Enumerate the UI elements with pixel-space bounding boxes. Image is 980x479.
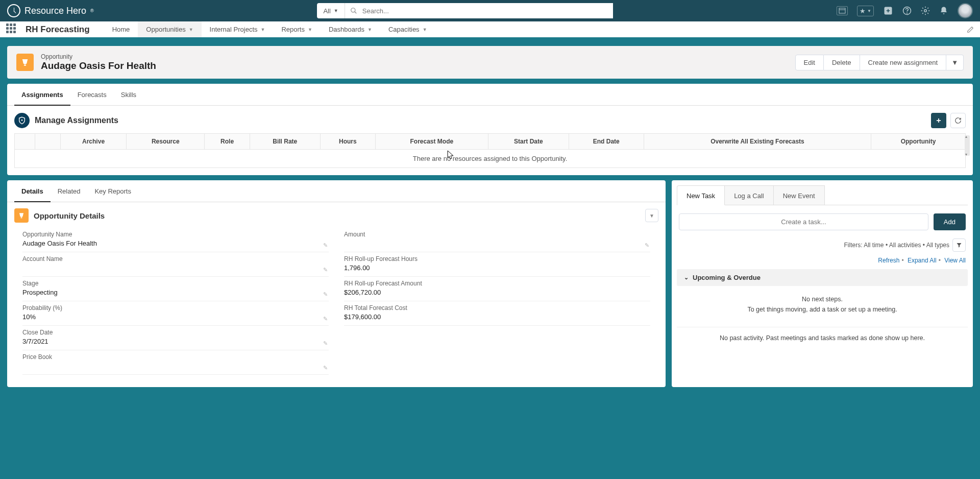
- col-forecast-mode[interactable]: Forecast Mode: [375, 134, 488, 150]
- tab-skills[interactable]: Skills: [114, 84, 143, 106]
- nav-label: Dashboards: [329, 26, 364, 33]
- col-role[interactable]: Role: [205, 134, 250, 150]
- col-resource[interactable]: Resource: [127, 134, 205, 150]
- chevron-down-icon[interactable]: ▼: [189, 27, 193, 32]
- help-icon[interactable]: [902, 6, 912, 15]
- scrollbar[interactable]: [965, 135, 970, 156]
- pencil-icon[interactable]: ✎: [323, 365, 328, 371]
- tab-related[interactable]: Related: [51, 180, 88, 202]
- field-price-book: Price Book ✎: [22, 350, 329, 375]
- add-assignment-button[interactable]: [931, 113, 946, 128]
- add-icon[interactable]: [883, 6, 893, 16]
- tab-key-reports[interactable]: Key Reports: [87, 180, 138, 202]
- svg-rect-2: [839, 8, 845, 13]
- field-stage: Stage Prospecting ✎: [22, 277, 329, 301]
- empty-line1: No next steps.: [679, 294, 966, 304]
- caret-down-icon: ▼: [334, 8, 338, 13]
- tab-forecasts[interactable]: Forecasts: [70, 84, 114, 106]
- tab-new-task[interactable]: New Task: [677, 185, 725, 205]
- record-actions: Edit Delete Create new assignment ▼: [795, 55, 964, 70]
- learning-icon[interactable]: [837, 6, 848, 15]
- app-launcher-icon[interactable]: [6, 23, 18, 36]
- record-subtitle: Opportunity: [41, 53, 156, 60]
- user-avatar[interactable]: [958, 3, 973, 18]
- field-account-name: Account Name ✎: [22, 252, 329, 277]
- search-scope-dropdown[interactable]: All ▼: [317, 3, 345, 18]
- nav-home[interactable]: Home: [104, 21, 138, 39]
- view-all-link[interactable]: View All: [944, 257, 966, 264]
- bell-icon[interactable]: [939, 6, 948, 15]
- upcoming-label: Upcoming & Overdue: [693, 274, 761, 281]
- svg-point-8: [21, 119, 23, 121]
- pencil-icon[interactable]: ✎: [323, 267, 328, 273]
- record-header: Opportunity Audage Oasis For Health Edit…: [7, 46, 973, 79]
- tab-new-event[interactable]: New Event: [773, 185, 825, 205]
- col-start-date[interactable]: Start Date: [488, 134, 569, 150]
- field-forecast-cost: RH Total Forecast Cost $179,600.00: [344, 301, 650, 326]
- col-billrate[interactable]: Bill Rate: [250, 134, 320, 150]
- edit-button[interactable]: Edit: [795, 55, 824, 70]
- field-label: RH Total Forecast Cost: [344, 304, 650, 312]
- tab-log-call[interactable]: Log a Call: [724, 185, 774, 205]
- manage-assignments-header: Manage Assignments: [7, 106, 973, 133]
- nav-internal-projects[interactable]: Internal Projects▼: [202, 21, 274, 39]
- nav-opportunities[interactable]: Opportunities▼: [138, 21, 201, 39]
- gear-icon[interactable]: [921, 6, 930, 15]
- chevron-down-icon[interactable]: ▼: [261, 27, 265, 32]
- expand-all-link[interactable]: Expand All: [908, 257, 937, 264]
- field-value: [22, 264, 329, 273]
- pencil-icon[interactable]: ✎: [323, 316, 328, 322]
- more-actions-button[interactable]: ▼: [946, 55, 964, 70]
- activity-tabs: New Task Log a Call New Event: [677, 185, 968, 205]
- refresh-button[interactable]: [950, 113, 966, 128]
- chevron-down-icon[interactable]: ▼: [423, 27, 427, 32]
- task-input[interactable]: [679, 213, 928, 230]
- field-close-date: Close Date 3/7/2021 ✎: [22, 326, 329, 350]
- edit-nav-icon[interactable]: [967, 26, 974, 33]
- search-icon: [345, 7, 362, 14]
- assignment-tabs: Assignments Forecasts Skills: [7, 84, 973, 106]
- field-value: 10%: [22, 313, 329, 322]
- field-value: Prospecting: [22, 289, 329, 298]
- app-name: RH Forecasting: [26, 25, 90, 35]
- svg-point-7: [924, 10, 927, 12]
- section-menu-button[interactable]: ▼: [645, 209, 658, 222]
- add-task-button[interactable]: Add: [934, 213, 966, 230]
- field-forecast-hours: RH Roll-up Forecast Hours 1,796.00: [344, 252, 650, 277]
- col-hours[interactable]: Hours: [320, 134, 375, 150]
- col-overwrite[interactable]: Overwrite All Existing Forecasts: [644, 134, 871, 150]
- filter-icon[interactable]: [952, 238, 966, 252]
- global-header: Resource Hero® All ▼ ★▼: [0, 0, 980, 21]
- create-assignment-button[interactable]: Create new assignment: [860, 55, 947, 70]
- record-title: Audage Oasis For Health: [41, 60, 156, 71]
- tab-assignments[interactable]: Assignments: [14, 84, 70, 106]
- upcoming-overdue-header[interactable]: ⌄ Upcoming & Overdue: [677, 269, 968, 286]
- field-probability: Probability (%) 10% ✎: [22, 301, 329, 326]
- nav-dashboards[interactable]: Dashboards▼: [321, 21, 380, 39]
- col-end-date[interactable]: End Date: [569, 134, 644, 150]
- manage-assignments-title: Manage Assignments: [35, 116, 118, 125]
- pencil-icon[interactable]: ✎: [645, 242, 649, 249]
- brand-name: Resource Hero: [24, 6, 86, 16]
- favorites-dropdown[interactable]: ★▼: [857, 6, 874, 16]
- activity-links: Refresh• Expand All• View All: [672, 257, 973, 269]
- col-archive[interactable]: Archive: [61, 134, 127, 150]
- search-input[interactable]: [362, 3, 614, 18]
- nav-reports[interactable]: Reports▼: [273, 21, 320, 39]
- field-value: Audage Oasis For Health: [22, 240, 329, 249]
- chevron-down-icon[interactable]: ▼: [308, 27, 312, 32]
- pencil-icon[interactable]: ✎: [323, 291, 328, 298]
- col-opportunity[interactable]: Opportunity: [871, 134, 966, 150]
- tab-details[interactable]: Details: [14, 180, 51, 202]
- pencil-icon[interactable]: ✎: [323, 242, 328, 249]
- pencil-icon[interactable]: ✎: [323, 340, 328, 347]
- nav-capacities[interactable]: Capacities▼: [380, 21, 435, 39]
- field-forecast-amount: RH Roll-up Forecast Amount $206,720.00: [344, 277, 650, 301]
- field-label: Close Date: [22, 329, 329, 336]
- nav-label: Reports: [281, 26, 305, 33]
- opportunity-details-title: Opportunity Details: [34, 211, 105, 220]
- delete-button[interactable]: Delete: [824, 55, 860, 70]
- empty-message: There are no resources assigned to this …: [15, 150, 966, 168]
- chevron-down-icon[interactable]: ▼: [368, 27, 372, 32]
- refresh-link[interactable]: Refresh: [878, 257, 899, 264]
